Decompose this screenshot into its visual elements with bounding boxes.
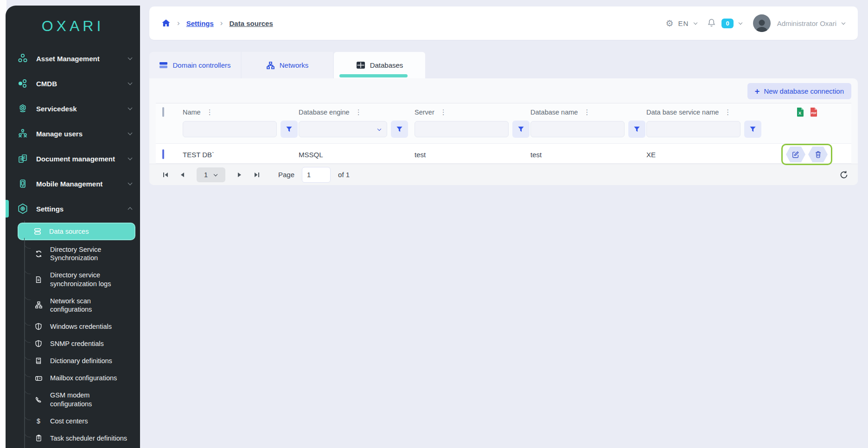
breadcrumb-current-data-sources: Data sources xyxy=(230,19,273,27)
sidebar-subitem-label: Dictionary definitions xyxy=(50,357,112,365)
page-number-select[interactable]: 1 xyxy=(197,167,225,182)
sidebar-item-asset-management[interactable]: Asset Management xyxy=(6,46,140,71)
delete-row-button[interactable] xyxy=(808,147,828,162)
column-menu-icon[interactable]: ⋮ xyxy=(582,108,591,116)
caret-down-icon[interactable] xyxy=(842,21,845,25)
next-page-button[interactable] xyxy=(233,168,247,182)
avatar[interactable] xyxy=(753,14,771,32)
select-all-checkbox[interactable] xyxy=(162,107,164,117)
table-row[interactable]: TEST DB` MSSQL test test XE xyxy=(156,143,851,164)
active-tab-indicator xyxy=(339,74,408,77)
row-actions-highlight xyxy=(781,144,832,165)
breadcrumb-bar: › Settings › Data sources ⚙ EN 0 Adminis… xyxy=(149,6,858,40)
page-label: Page xyxy=(278,171,294,179)
column-menu-icon[interactable]: ⋮ xyxy=(205,108,214,116)
application-window: OXARI Asset Management CMDB xyxy=(0,0,868,448)
filter-server-button[interactable] xyxy=(512,121,530,138)
sidebar-subitem-directory-service-synchronization[interactable]: Directory Service Synchronization xyxy=(6,242,135,266)
mailbox-icon xyxy=(34,374,43,382)
servicedesk-icon xyxy=(17,102,29,115)
refresh-button[interactable] xyxy=(839,170,849,179)
caret-down-icon xyxy=(214,172,217,176)
user-name: Administrator Oxari xyxy=(777,19,836,27)
edit-row-button[interactable] xyxy=(786,147,805,162)
previous-page-button[interactable] xyxy=(175,168,189,182)
filter-engine-input[interactable] xyxy=(299,121,387,137)
databases-icon xyxy=(356,61,365,69)
filter-name-input[interactable] xyxy=(183,121,277,137)
manage-users-icon xyxy=(17,128,29,140)
tab-databases[interactable]: Databases xyxy=(334,52,425,78)
tab-networks[interactable]: Networks xyxy=(242,52,333,78)
caret-down-icon[interactable] xyxy=(694,21,697,25)
sidebar-item-cmdb[interactable]: CMDB xyxy=(6,71,140,96)
data-sources-icon xyxy=(33,227,42,236)
filter-service-name-button[interactable] xyxy=(744,121,761,138)
first-page-button[interactable] xyxy=(159,168,172,182)
sidebar-item-settings[interactable]: Settings xyxy=(6,196,140,221)
tab-bar: Domain controllers Networks Databases xyxy=(149,52,858,78)
sidebar-subitem-data-sources[interactable]: Data sources xyxy=(18,223,135,240)
filter-database-name-input[interactable] xyxy=(530,121,625,137)
sidebar-subitem-label: Cost centers xyxy=(50,417,88,425)
filter-server-input[interactable] xyxy=(415,121,509,137)
sidebar-item-mobile-management[interactable]: Mobile Management xyxy=(6,171,140,196)
home-icon[interactable] xyxy=(161,19,171,28)
language-selector[interactable]: EN xyxy=(678,19,689,27)
filter-service-name-input[interactable] xyxy=(646,121,740,137)
filter-name-button[interactable] xyxy=(281,121,298,138)
breadcrumb-separator: › xyxy=(220,19,223,28)
export-pdf-icon[interactable]: PDF xyxy=(809,107,818,117)
chevron-down-icon xyxy=(128,156,133,160)
sidebar-item-label: Settings xyxy=(36,205,121,213)
page-number-input[interactable] xyxy=(302,167,331,183)
sidebar-item-manage-users[interactable]: Manage users xyxy=(6,121,140,146)
breadcrumb: › Settings › Data sources xyxy=(161,19,666,28)
tab-label: Networks xyxy=(280,61,309,69)
notification-bell-icon[interactable] xyxy=(707,18,716,29)
sidebar-subitem-label: Data sources xyxy=(49,227,89,236)
sidebar-item-label: CMDB xyxy=(36,80,121,88)
filter-engine-dropdown[interactable] xyxy=(299,121,387,137)
sidebar-menu: Asset Management CMDB Servicedesk xyxy=(6,43,140,448)
sidebar-subitem-directory-sync-logs[interactable]: Directory service synchronization logs xyxy=(6,267,135,291)
log-document-icon xyxy=(34,275,43,284)
sidebar-subitem-label: Network scan configurations xyxy=(50,297,131,314)
sidebar-item-label: Asset Management xyxy=(36,55,121,63)
export-excel-icon[interactable]: X xyxy=(796,107,804,117)
chevron-down-icon xyxy=(128,56,133,60)
breadcrumb-link-settings[interactable]: Settings xyxy=(186,19,214,27)
new-database-connection-button[interactable]: + New database connection xyxy=(747,83,851,99)
page-select-value: 1 xyxy=(204,171,208,179)
column-menu-icon[interactable]: ⋮ xyxy=(723,108,732,116)
column-menu-icon[interactable]: ⋮ xyxy=(439,108,448,116)
cell-name: TEST DB` xyxy=(183,151,299,159)
row-checkbox[interactable] xyxy=(162,149,164,159)
filter-engine-button[interactable] xyxy=(391,121,408,138)
sidebar-subitem-gsm-modem-configurations[interactable]: GSM modem configurations xyxy=(6,387,135,411)
mobile-management-icon xyxy=(17,178,29,190)
tab-domain-controllers[interactable]: Domain controllers xyxy=(149,52,241,78)
sidebar-subitem-label: SNMP credentials xyxy=(50,339,104,348)
sidebar-item-servicedesk[interactable]: Servicedesk xyxy=(6,96,140,121)
filter-database-name-button[interactable] xyxy=(628,121,645,138)
sidebar-subitem-network-scan-configurations[interactable]: Network scan configurations xyxy=(6,293,135,317)
topbar-actions: ⚙ EN 0 Administrator Oxari xyxy=(666,14,846,32)
pagination-bar: 1 Page of 1 xyxy=(149,164,858,185)
shield-icon xyxy=(34,339,43,348)
caret-down-icon[interactable] xyxy=(738,21,742,25)
column-header-service-name: Data base service name xyxy=(646,109,719,116)
sidebar-item-document-management[interactable]: Document management xyxy=(6,146,140,171)
sidebar-item-label: Document management xyxy=(36,155,121,163)
gear-icon[interactable]: ⚙ xyxy=(666,18,674,29)
sidebar-item-label: Servicedesk xyxy=(36,105,121,113)
plus-icon: + xyxy=(755,89,760,94)
last-page-button[interactable] xyxy=(249,168,263,182)
sync-icon xyxy=(34,250,43,258)
sidebar-subitem-label: Mailbox configurations xyxy=(50,374,117,382)
column-menu-icon[interactable]: ⋮ xyxy=(354,108,363,116)
notification-count-badge: 0 xyxy=(721,19,733,28)
chevron-down-icon xyxy=(128,106,133,110)
cell-service-name: XE xyxy=(646,151,762,159)
cell-database-engine: MSSQL xyxy=(299,151,415,159)
